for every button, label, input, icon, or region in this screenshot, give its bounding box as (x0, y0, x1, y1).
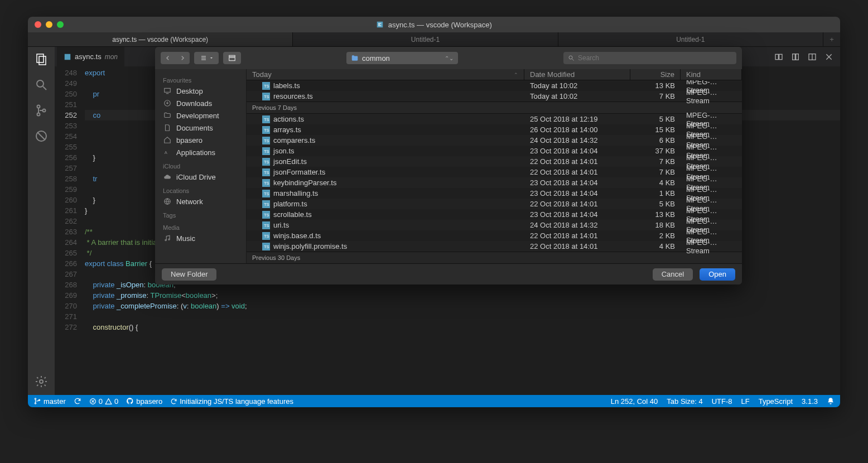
sidebar-item-label: Documents (176, 124, 213, 132)
file-date: 24 Oct 2018 at 14:32 (524, 221, 630, 229)
group-heading: Previous 30 Days (247, 252, 742, 263)
workspace-tab[interactable]: Untitled-1 (558, 32, 823, 46)
search-input[interactable] (578, 54, 732, 62)
column-name[interactable]: Today⌃ (247, 69, 524, 80)
file-row[interactable]: TSactions.ts25 Oct 2018 at 12:195 KBMPEG… (247, 114, 742, 124)
close-editor-icon[interactable] (824, 52, 833, 61)
file-size: 7 KB (630, 157, 681, 166)
explorer-icon[interactable] (33, 51, 49, 67)
svg-text:TS: TS (264, 244, 269, 249)
github-user-status[interactable]: bpasero (126, 397, 162, 406)
file-row[interactable]: TSplatform.ts22 Oct 2018 at 14:015 KBMPE… (247, 199, 742, 209)
file-row[interactable]: TSkeybindingParser.ts23 Oct 2018 at 14:0… (247, 177, 742, 188)
open-changes-icon[interactable] (791, 52, 800, 61)
tab-size-status[interactable]: Tab Size: 4 (667, 397, 702, 406)
search-field[interactable] (563, 52, 736, 64)
file-row[interactable]: TSscrollable.ts23 Oct 2018 at 14:0413 KB… (247, 209, 742, 220)
file-row[interactable]: TSresources.tsToday at 10:027 KBMPEG-…St… (247, 91, 742, 102)
view-mode-button[interactable] (194, 52, 219, 64)
file-row[interactable]: TSarrays.ts26 Oct 2018 at 14:0015 KBMPEG… (247, 124, 742, 135)
file-row[interactable]: TSjsonFormatter.ts22 Oct 2018 at 14:017 … (247, 167, 742, 177)
file-size: 18 KB (630, 221, 681, 229)
source-control-icon[interactable] (33, 103, 49, 118)
sidebar-item[interactable]: Documents (155, 122, 246, 134)
chevron-updown-icon: ⌃⌄ (445, 55, 454, 61)
activity-bar (28, 47, 55, 395)
add-workspace-button[interactable]: + (823, 32, 840, 46)
group-heading: Previous 7 Days (247, 102, 742, 114)
ts-version-status[interactable]: 3.1.3 (802, 397, 818, 406)
file-row[interactable]: TSjson.ts23 Oct 2018 at 14:0437 KBMPEG-…… (247, 146, 742, 156)
list-rows[interactable]: TSlabels.tsToday at 10:0213 KBMPEG-…Stre… (247, 80, 742, 263)
workspace-tab[interactable]: Untitled-1 (293, 32, 558, 46)
svg-point-19 (35, 403, 36, 404)
ts-file-icon: TS (262, 221, 270, 229)
file-name: uri.ts (273, 221, 289, 229)
file-size: 2 KB (630, 232, 681, 240)
compare-changes-icon[interactable] (774, 52, 783, 61)
ts-file-icon: TS (262, 200, 270, 208)
workspace-tab[interactable]: async.ts — vscode (Workspace) (28, 32, 293, 46)
open-button[interactable]: Open (700, 268, 735, 281)
sidebar-item[interactable]: iCloud Drive (155, 171, 246, 183)
sidebar-item[interactable]: Network (155, 195, 246, 208)
new-folder-button[interactable]: New Folder (162, 268, 216, 281)
group-by-button[interactable] (223, 52, 241, 64)
sidebar-item[interactable]: AApplications (155, 146, 246, 158)
sidebar-item[interactable]: Development (155, 109, 246, 122)
editor-tab[interactable]: async.ts mon (57, 47, 125, 66)
ts-file-icon: TS (262, 126, 270, 134)
svg-line-8 (37, 132, 45, 140)
file-size: 1 KB (630, 189, 681, 197)
settings-gear-icon[interactable] (33, 374, 49, 389)
cancel-button[interactable]: Cancel (653, 268, 693, 281)
file-date: 23 Oct 2018 at 14:04 (524, 147, 630, 155)
debug-icon[interactable] (33, 128, 49, 144)
file-row[interactable]: TSjsonEdit.ts22 Oct 2018 at 14:017 KBMPE… (247, 156, 742, 167)
file-row[interactable]: TSwinjs.polyfill.promise.ts22 Oct 2018 a… (247, 241, 742, 252)
encoding-status[interactable]: UTF-8 (712, 397, 732, 406)
minimize-window-button[interactable] (46, 21, 52, 28)
svg-rect-1 (39, 56, 46, 65)
search-icon[interactable] (33, 77, 49, 93)
sidebar-item[interactable]: Downloads (155, 97, 246, 109)
notifications-bell-icon[interactable] (827, 397, 835, 406)
sync-status[interactable] (74, 397, 81, 405)
ts-file-icon: TS (262, 190, 270, 197)
svg-point-4 (37, 105, 40, 108)
nav-forward-button[interactable] (175, 52, 190, 64)
sidebar-item[interactable]: Music (155, 232, 246, 244)
git-branch-status[interactable]: master (33, 397, 66, 406)
file-date: 25 Oct 2018 at 12:19 (524, 115, 630, 123)
column-size[interactable]: Size (630, 69, 681, 80)
file-size: 7 KB (630, 92, 681, 100)
path-popup-button[interactable]: common ⌃⌄ (346, 52, 458, 64)
cursor-position-status[interactable]: Ln 252, Col 40 (611, 397, 658, 406)
eol-status[interactable]: LF (741, 397, 749, 406)
close-window-button[interactable] (35, 21, 41, 28)
sidebar-item[interactable]: bpasero (155, 134, 246, 146)
language-activity-status[interactable]: Initializing JS/TS language features (170, 397, 293, 406)
column-date[interactable]: Date Modified (524, 69, 630, 80)
file-row[interactable]: TSwinjs.base.d.ts22 Oct 2018 at 14:012 K… (247, 230, 742, 241)
problems-status[interactable]: 0 0 (89, 397, 118, 406)
maximize-window-button[interactable] (57, 21, 64, 28)
svg-text:TS: TS (264, 83, 269, 88)
file-row[interactable]: TSlabels.tsToday at 10:0213 KBMPEG-…Stre… (247, 80, 742, 91)
sidebar-item[interactable]: Desktop (155, 85, 246, 97)
column-kind[interactable]: Kind (681, 69, 742, 80)
svg-rect-12 (793, 54, 795, 60)
language-mode-status[interactable]: TypeScript (759, 397, 793, 406)
file-row[interactable]: TSuri.ts24 Oct 2018 at 14:3218 KBMPEG-…S… (247, 220, 742, 230)
cloud-icon (163, 173, 172, 181)
file-name: winjs.base.d.ts (273, 232, 321, 240)
ts-file-icon: TS (262, 147, 270, 155)
ts-file-icon: TS (262, 137, 270, 144)
svg-text:TS: TS (264, 138, 269, 143)
nav-back-button[interactable] (161, 52, 175, 64)
split-editor-icon[interactable] (808, 52, 817, 61)
file-row[interactable]: TScomparers.ts24 Oct 2018 at 14:326 KBMP… (247, 135, 742, 146)
file-name: arrays.ts (273, 126, 301, 134)
file-row[interactable]: TSmarshalling.ts23 Oct 2018 at 14:041 KB… (247, 188, 742, 199)
dialog-file-list: Today⌃ Date Modified Size Kind TSlabels.… (247, 69, 742, 263)
